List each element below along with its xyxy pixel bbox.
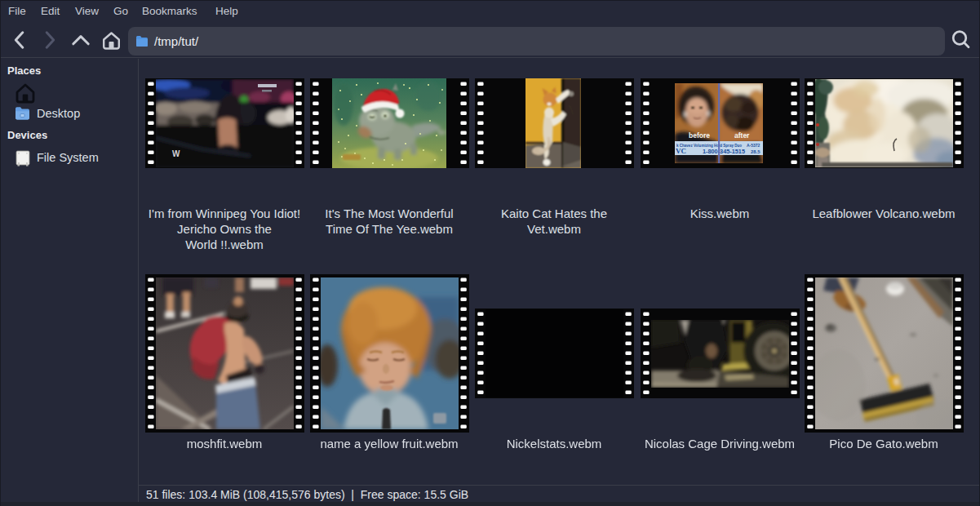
svg-text:28.5: 28.5 <box>751 149 760 154</box>
svg-text:W: W <box>172 149 180 158</box>
svg-text:1-800-345-1515: 1-800-345-1515 <box>703 149 745 154</box>
svg-text:after: after <box>734 131 750 140</box>
svg-text:A-5372: A-5372 <box>747 143 760 148</box>
svg-text:k Chavez Volumizing Hold Spray: k Chavez Volumizing Hold Spray Duo <box>676 143 742 148</box>
svg-text:before: before <box>689 131 710 140</box>
svg-text:VC: VC <box>676 147 686 155</box>
